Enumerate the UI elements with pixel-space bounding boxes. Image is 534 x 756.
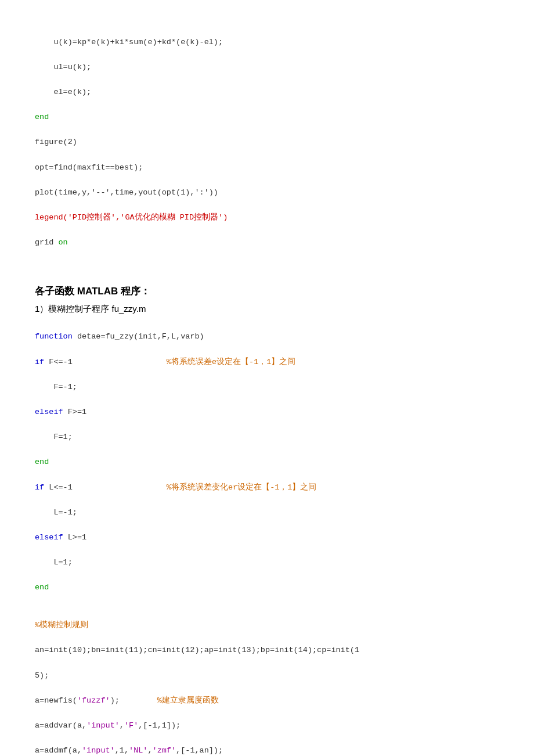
code-section-main: function detae=fu_zzy(init,F,L,varb) if … — [35, 318, 499, 756]
page-content: u(k)=kp*e(k)+ki*sum(e)+kd*(e(k)-el); ul=… — [35, 23, 499, 756]
sub-heading-1: 1）模糊控制子程序 fu_zzy.m — [35, 304, 499, 315]
section-heading-main: 各子函数 MATLAB 程序： — [35, 285, 499, 298]
code-section-top: u(k)=kp*e(k)+ki*sum(e)+kd*(e(k)-el); ul=… — [35, 23, 499, 274]
